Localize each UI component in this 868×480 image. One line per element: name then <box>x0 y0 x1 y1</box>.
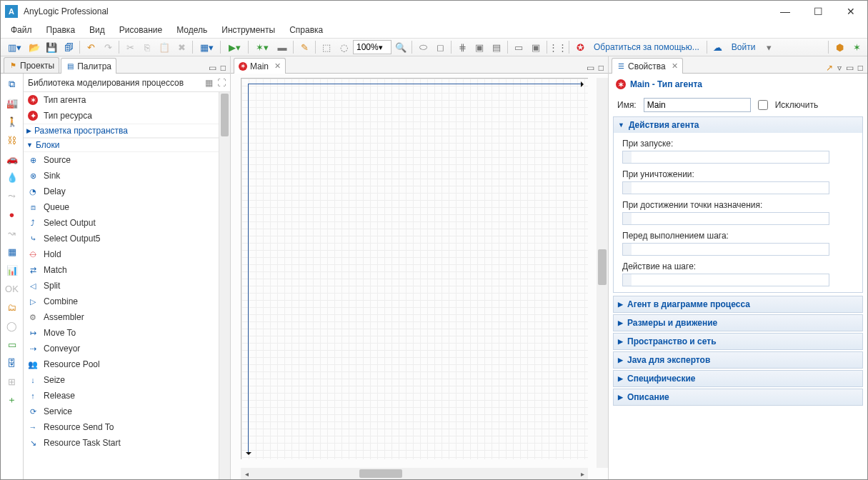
menu-edit[interactable]: Правка <box>41 24 81 36</box>
props-minimize-icon[interactable]: ▭ <box>846 63 854 73</box>
menu-view[interactable]: Вид <box>84 24 111 36</box>
palette-item-resource-type[interactable]: ✦Тип ресурса <box>24 108 219 124</box>
cat-action-icon[interactable]: ▭ <box>4 336 21 352</box>
cat-rail-icon[interactable]: ⛓ <box>4 132 21 148</box>
tab-close-icon[interactable]: ✕ <box>672 61 678 71</box>
palette-block-item[interactable]: ⇄Match <box>24 262 219 278</box>
palette-block-item[interactable]: ⚙Assembler <box>24 309 219 325</box>
palette-block-item[interactable]: ⦵Hold <box>24 246 219 262</box>
menu-tools[interactable]: Инструменты <box>216 24 281 36</box>
cat-fluid-icon[interactable]: 💧 <box>4 169 21 185</box>
menu-model[interactable]: Модель <box>171 24 213 36</box>
menu-draw[interactable]: Рисование <box>114 24 168 36</box>
lasso-icon[interactable]: ◌ <box>336 39 351 55</box>
section-header[interactable]: ▶Описание <box>614 389 862 405</box>
palette-block-item[interactable]: →Resource Send To <box>24 419 219 435</box>
cat-controls-icon[interactable]: 🗂 <box>4 299 21 315</box>
editor-minimize-icon[interactable]: ▭ <box>587 63 594 73</box>
canvas[interactable]: ◂ ▸ <box>231 74 608 479</box>
palette-block-item[interactable]: ⟳Service <box>24 404 219 419</box>
login-caret-icon[interactable]: ▾ <box>761 39 777 55</box>
palette-block-item[interactable]: ⊗Sink <box>24 168 219 184</box>
tab-close-icon[interactable]: ✕ <box>274 61 281 71</box>
cat-connectivity-icon[interactable]: 🗄 <box>4 355 21 371</box>
name-input[interactable] <box>644 98 751 112</box>
palette-block-item[interactable]: ↑Release <box>24 388 219 404</box>
select-area-icon[interactable]: ⬚ <box>319 39 334 55</box>
palette-item-agent-type[interactable]: ✶Тип агента <box>24 92 219 108</box>
section-header[interactable]: ▶Пространство и сеть <box>614 334 862 349</box>
zoom-select[interactable]: 100% ▾ <box>353 40 391 54</box>
help-link[interactable]: Обратиться за помощью... <box>589 42 704 52</box>
palette-block-item[interactable]: ⤴Select Output <box>24 215 219 231</box>
tab-main-editor[interactable]: ✶ Main ✕ <box>234 58 286 74</box>
layer2-icon[interactable]: ▤ <box>489 39 504 55</box>
cat-system-icon[interactable]: ↝ <box>4 225 21 241</box>
login-link[interactable]: Войти <box>727 42 760 52</box>
cat-space-icon[interactable]: ⤳ <box>4 188 21 204</box>
section-header[interactable]: ▶Размеры и движение <box>614 315 862 331</box>
delete-button[interactable]: ✖ <box>174 39 189 55</box>
cat-analysis-icon[interactable]: 📊 <box>4 262 21 278</box>
palette-grid-icon[interactable]: ▦ <box>205 78 213 88</box>
scrollbar-thumb[interactable] <box>221 94 229 136</box>
stop-button[interactable]: ▬ <box>274 39 290 55</box>
palette-block-item[interactable]: ⊕Source <box>24 152 219 168</box>
paste-button[interactable]: 📋 <box>156 39 172 55</box>
section-header[interactable]: ▶Специфические <box>614 371 862 386</box>
code-input[interactable] <box>622 181 829 194</box>
shape2-icon[interactable]: ◻ <box>432 39 448 55</box>
menu-help[interactable]: Справка <box>284 24 329 36</box>
copy-button[interactable]: ⎘ <box>139 39 155 55</box>
save-button[interactable]: 💾 <box>44 39 59 55</box>
palette-expand-icon[interactable]: ⛶ <box>217 78 226 88</box>
group2-icon[interactable]: ▣ <box>528 39 544 55</box>
cat-ok-icon[interactable]: OK <box>4 281 21 296</box>
shape1-icon[interactable]: ⬭ <box>415 39 431 55</box>
copy-file-button[interactable]: 🗐 <box>61 39 76 55</box>
props-pin-icon[interactable]: ↗ <box>826 63 833 73</box>
hscroll-right-arrow[interactable]: ▸ <box>577 470 588 478</box>
hscroll-thumb[interactable] <box>359 469 402 478</box>
maximize-button[interactable]: ☐ <box>802 1 834 22</box>
close-button[interactable]: ✕ <box>834 1 867 22</box>
group1-icon[interactable]: ▭ <box>511 39 527 55</box>
palette-block-item[interactable]: ⤷Select Output5 <box>24 231 219 246</box>
minimize-button[interactable]: — <box>769 1 802 22</box>
palette-block-item[interactable]: 👥Resource Pool <box>24 356 219 372</box>
run-button[interactable]: ▶▾ <box>224 39 245 55</box>
open-button[interactable]: 📂 <box>26 39 42 55</box>
hscroll-left-arrow[interactable]: ◂ <box>241 470 252 478</box>
cat-road-icon[interactable]: 🚗 <box>4 151 21 166</box>
tab-projects[interactable]: ⚑ Проекты <box>4 57 59 73</box>
palette-group-blocks[interactable]: Блоки <box>24 138 219 152</box>
cut-button[interactable]: ✂ <box>122 39 138 55</box>
palette-block-item[interactable]: ◔Delay <box>24 184 219 199</box>
palette-block-item[interactable]: ⧈Queue <box>24 199 219 215</box>
undo-button[interactable]: ↶ <box>83 39 99 55</box>
exclude-checkbox[interactable] <box>758 100 768 110</box>
palette-block-item[interactable]: ↦Move To <box>24 325 219 341</box>
palette-block-item[interactable]: ↓Seize <box>24 372 219 388</box>
cat-state-icon[interactable]: ◯ <box>4 318 21 334</box>
section-header[interactable]: ▶Агент в диаграмме процесса <box>614 296 862 312</box>
wand-button[interactable]: ✎ <box>296 39 312 55</box>
tab-minimize-icon[interactable]: ▭ <box>209 63 216 73</box>
beetle-icon[interactable]: ✶ <box>849 39 864 55</box>
props-maximize-icon[interactable]: □ <box>858 63 863 73</box>
tab-palette[interactable]: ▤ Палитра <box>61 58 116 74</box>
cat-pedestrian-icon[interactable]: 🚶 <box>4 114 21 129</box>
menu-file[interactable]: Файл <box>5 24 38 36</box>
section-header-actions[interactable]: ▼Действия агента <box>614 117 862 133</box>
palette-block-item[interactable]: ↘Resource Task Start <box>24 435 219 451</box>
grid-button[interactable]: ▦▾ <box>196 39 217 55</box>
canvas-vscrollbar[interactable] <box>597 78 608 468</box>
palette-block-item[interactable]: ▷Combine <box>24 294 219 309</box>
cat-pictures-icon[interactable]: ⊞ <box>4 374 21 389</box>
props-menu-icon[interactable]: ▿ <box>837 63 842 73</box>
code-input[interactable] <box>622 151 829 164</box>
align-grid-icon[interactable]: ⋕ <box>454 39 470 55</box>
cat-presentation-icon[interactable]: ▦ <box>4 244 21 259</box>
canvas-hscrollbar[interactable]: ◂ ▸ <box>241 468 588 479</box>
vscroll-thumb[interactable] <box>598 249 607 285</box>
